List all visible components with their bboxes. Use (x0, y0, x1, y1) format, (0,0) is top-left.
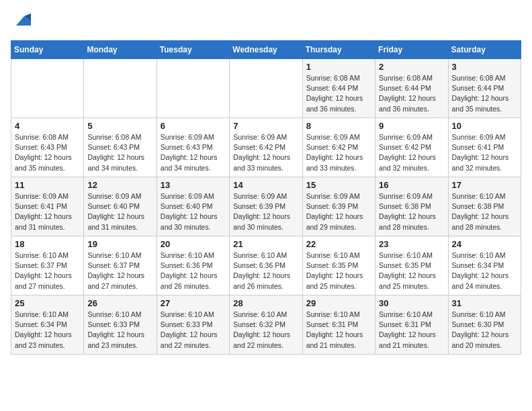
day-number: 16 (379, 180, 444, 190)
day-number: 21 (233, 239, 298, 249)
day-info: Sunrise: 6:09 AM Sunset: 6:42 PM Dayligh… (233, 132, 298, 173)
day-info: Sunrise: 6:09 AM Sunset: 6:39 PM Dayligh… (233, 191, 298, 232)
day-number: 14 (233, 180, 298, 190)
table-row: 28Sunrise: 6:10 AM Sunset: 6:32 PM Dayli… (230, 295, 302, 355)
page-header (11, 11, 521, 32)
day-info: Sunrise: 6:09 AM Sunset: 6:42 PM Dayligh… (379, 132, 444, 173)
table-row: 27Sunrise: 6:10 AM Sunset: 6:33 PM Dayli… (157, 295, 229, 355)
day-info: Sunrise: 6:10 AM Sunset: 6:38 PM Dayligh… (452, 191, 517, 232)
day-info: Sunrise: 6:10 AM Sunset: 6:33 PM Dayligh… (87, 310, 152, 351)
table-row (230, 59, 302, 118)
day-number: 23 (379, 239, 444, 249)
table-row (11, 59, 84, 118)
day-number: 11 (15, 180, 80, 190)
table-row: 26Sunrise: 6:10 AM Sunset: 6:33 PM Dayli… (84, 295, 157, 355)
day-info: Sunrise: 6:10 AM Sunset: 6:31 PM Dayligh… (379, 310, 444, 351)
table-row: 8Sunrise: 6:09 AM Sunset: 6:42 PM Daylig… (302, 118, 375, 177)
day-number: 2 (379, 62, 444, 72)
day-number: 27 (161, 298, 226, 308)
header-thursday: Thursday (302, 41, 375, 59)
day-info: Sunrise: 6:08 AM Sunset: 6:44 PM Dayligh… (306, 73, 371, 114)
day-number: 24 (452, 239, 517, 249)
day-info: Sunrise: 6:10 AM Sunset: 6:31 PM Dayligh… (306, 310, 371, 351)
day-info: Sunrise: 6:10 AM Sunset: 6:34 PM Dayligh… (452, 250, 517, 291)
day-info: Sunrise: 6:09 AM Sunset: 6:42 PM Dayligh… (306, 132, 371, 173)
table-row: 22Sunrise: 6:10 AM Sunset: 6:35 PM Dayli… (302, 236, 375, 295)
day-info: Sunrise: 6:10 AM Sunset: 6:37 PM Dayligh… (87, 250, 152, 291)
table-row: 29Sunrise: 6:10 AM Sunset: 6:31 PM Dayli… (302, 295, 375, 355)
header-sunday: Sunday (11, 41, 84, 59)
day-number: 5 (87, 121, 152, 131)
header-wednesday: Wednesday (230, 41, 302, 59)
day-number: 19 (87, 239, 152, 249)
table-row: 12Sunrise: 6:09 AM Sunset: 6:40 PM Dayli… (84, 177, 157, 236)
day-info: Sunrise: 6:09 AM Sunset: 6:40 PM Dayligh… (161, 191, 226, 232)
day-number: 12 (87, 180, 152, 190)
table-row: 7Sunrise: 6:09 AM Sunset: 6:42 PM Daylig… (230, 118, 302, 177)
day-info: Sunrise: 6:08 AM Sunset: 6:43 PM Dayligh… (15, 132, 80, 173)
day-info: Sunrise: 6:10 AM Sunset: 6:34 PM Dayligh… (15, 310, 80, 351)
table-row: 6Sunrise: 6:09 AM Sunset: 6:43 PM Daylig… (157, 118, 229, 177)
header-saturday: Saturday (448, 41, 521, 59)
day-number: 31 (452, 298, 517, 308)
day-info: Sunrise: 6:10 AM Sunset: 6:35 PM Dayligh… (306, 250, 371, 291)
table-row: 24Sunrise: 6:10 AM Sunset: 6:34 PM Dayli… (448, 236, 521, 295)
day-info: Sunrise: 6:09 AM Sunset: 6:38 PM Dayligh… (379, 191, 444, 232)
day-number: 3 (452, 62, 517, 72)
day-info: Sunrise: 6:09 AM Sunset: 6:43 PM Dayligh… (161, 132, 226, 173)
day-info: Sunrise: 6:09 AM Sunset: 6:41 PM Dayligh… (452, 132, 517, 173)
table-row: 31Sunrise: 6:10 AM Sunset: 6:30 PM Dayli… (448, 295, 521, 355)
calendar-table: SundayMondayTuesdayWednesdayThursdayFrid… (11, 40, 521, 355)
table-row: 9Sunrise: 6:09 AM Sunset: 6:42 PM Daylig… (375, 118, 448, 177)
day-number: 7 (233, 121, 298, 131)
table-row (157, 59, 229, 118)
day-number: 10 (452, 121, 517, 131)
day-number: 1 (306, 62, 371, 72)
table-row: 1Sunrise: 6:08 AM Sunset: 6:44 PM Daylig… (302, 59, 375, 118)
day-number: 9 (379, 121, 444, 131)
table-row: 11Sunrise: 6:09 AM Sunset: 6:41 PM Dayli… (11, 177, 84, 236)
day-info: Sunrise: 6:10 AM Sunset: 6:33 PM Dayligh… (161, 310, 226, 351)
table-row: 23Sunrise: 6:10 AM Sunset: 6:35 PM Dayli… (375, 236, 448, 295)
table-row: 15Sunrise: 6:09 AM Sunset: 6:39 PM Dayli… (302, 177, 375, 236)
day-number: 18 (15, 239, 80, 249)
day-number: 28 (233, 298, 298, 308)
day-number: 30 (379, 298, 444, 308)
table-row: 4Sunrise: 6:08 AM Sunset: 6:43 PM Daylig… (11, 118, 84, 177)
table-row: 21Sunrise: 6:10 AM Sunset: 6:36 PM Dayli… (230, 236, 302, 295)
table-row: 25Sunrise: 6:10 AM Sunset: 6:34 PM Dayli… (11, 295, 84, 355)
table-row: 19Sunrise: 6:10 AM Sunset: 6:37 PM Dayli… (84, 236, 157, 295)
day-number: 6 (161, 121, 226, 131)
day-info: Sunrise: 6:08 AM Sunset: 6:43 PM Dayligh… (87, 132, 152, 173)
table-row: 13Sunrise: 6:09 AM Sunset: 6:40 PM Dayli… (157, 177, 229, 236)
day-number: 25 (15, 298, 80, 308)
week-row-5: 25Sunrise: 6:10 AM Sunset: 6:34 PM Dayli… (11, 295, 521, 355)
table-row: 17Sunrise: 6:10 AM Sunset: 6:38 PM Dayli… (448, 177, 521, 236)
day-number: 22 (306, 239, 371, 249)
table-row: 30Sunrise: 6:10 AM Sunset: 6:31 PM Dayli… (375, 295, 448, 355)
table-row: 16Sunrise: 6:09 AM Sunset: 6:38 PM Dayli… (375, 177, 448, 236)
table-row: 3Sunrise: 6:08 AM Sunset: 6:44 PM Daylig… (448, 59, 521, 118)
table-row: 18Sunrise: 6:10 AM Sunset: 6:37 PM Dayli… (11, 236, 84, 295)
table-row (84, 59, 157, 118)
day-info: Sunrise: 6:08 AM Sunset: 6:44 PM Dayligh… (379, 73, 444, 114)
day-info: Sunrise: 6:09 AM Sunset: 6:41 PM Dayligh… (15, 191, 80, 232)
day-info: Sunrise: 6:10 AM Sunset: 6:37 PM Dayligh… (15, 250, 80, 291)
week-row-4: 18Sunrise: 6:10 AM Sunset: 6:37 PM Dayli… (11, 236, 521, 295)
header-tuesday: Tuesday (157, 41, 229, 59)
header-friday: Friday (375, 41, 448, 59)
day-info: Sunrise: 6:10 AM Sunset: 6:32 PM Dayligh… (233, 310, 298, 351)
table-row: 20Sunrise: 6:10 AM Sunset: 6:36 PM Dayli… (157, 236, 229, 295)
table-row: 2Sunrise: 6:08 AM Sunset: 6:44 PM Daylig… (375, 59, 448, 118)
day-number: 15 (306, 180, 371, 190)
day-number: 17 (452, 180, 517, 190)
week-row-2: 4Sunrise: 6:08 AM Sunset: 6:43 PM Daylig… (11, 118, 521, 177)
table-row: 5Sunrise: 6:08 AM Sunset: 6:43 PM Daylig… (84, 118, 157, 177)
table-row: 10Sunrise: 6:09 AM Sunset: 6:41 PM Dayli… (448, 118, 521, 177)
week-row-1: 1Sunrise: 6:08 AM Sunset: 6:44 PM Daylig… (11, 59, 521, 118)
day-number: 8 (306, 121, 371, 131)
day-number: 26 (87, 298, 152, 308)
day-info: Sunrise: 6:08 AM Sunset: 6:44 PM Dayligh… (452, 73, 517, 114)
week-row-3: 11Sunrise: 6:09 AM Sunset: 6:41 PM Dayli… (11, 177, 521, 236)
day-number: 4 (15, 121, 80, 131)
